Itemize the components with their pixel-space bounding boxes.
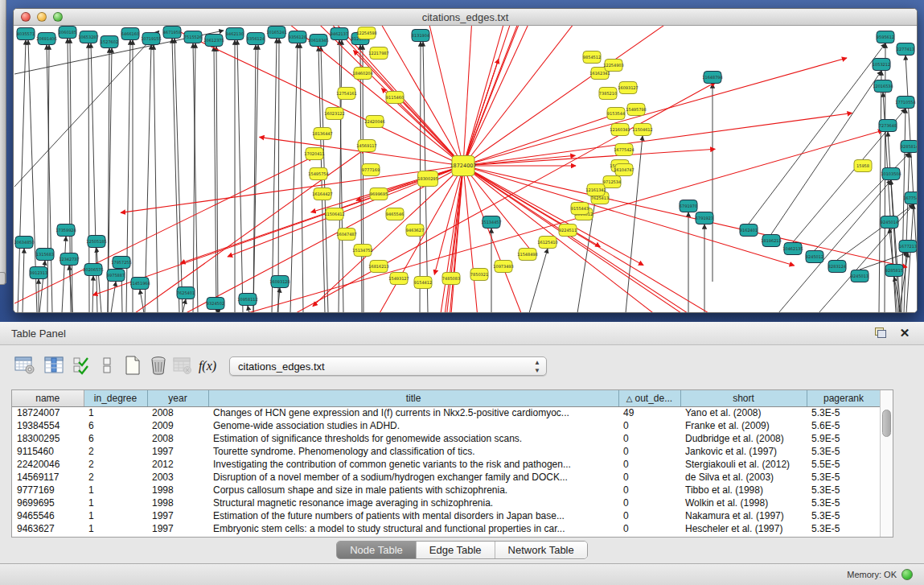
graph-node[interactable]: 10958112 (237, 294, 257, 306)
column-header-name[interactable]: name (12, 390, 84, 406)
tab-node-table[interactable]: Node Table (337, 542, 416, 558)
graph-node[interactable]: 4035571 (17, 28, 35, 40)
control-panel-splitter[interactable] (0, 0, 6, 283)
graph-node[interactable]: 16816213 (368, 261, 388, 273)
graph-node[interactable]: 9854512 (583, 51, 601, 64)
table-cell[interactable]: Structural magnetic resonance image aver… (208, 496, 618, 509)
table-cell[interactable]: Genome-wide association studies in ADHD. (208, 419, 618, 432)
table-row[interactable]: 1456911722003Disruption of a novel membe… (12, 471, 881, 484)
graph-node[interactable]: 18460204 (352, 68, 372, 80)
table-cell[interactable]: Stergiakouli et al. (2012) (680, 458, 807, 471)
graph-node[interactable]: 9245013 (851, 270, 869, 282)
table-cell[interactable]: Changes of HCN gene expression and I(f) … (208, 406, 618, 419)
graph-node[interactable]: 10653287 (78, 31, 98, 43)
graph-node[interactable]: 6466160 (121, 28, 139, 40)
memory-status-indicator[interactable] (901, 569, 913, 580)
table-cell[interactable]: 1 (84, 484, 147, 496)
graph-node[interactable]: 11506412 (324, 208, 344, 220)
table-cell[interactable]: Tibbo et al. (1998) (680, 484, 807, 496)
graph-node[interactable]: 9155443 (571, 203, 589, 215)
graph-node[interactable]: 8283124 (828, 261, 846, 273)
table-cell[interactable]: 5.9E-5 (807, 432, 881, 445)
table-cell[interactable]: 2008 (147, 406, 208, 419)
table-cell[interactable]: 0 (618, 445, 680, 458)
table-cell[interactable]: 6 (84, 432, 147, 445)
table-cell[interactable]: Dudbridge et al. (2008) (680, 432, 807, 445)
graph-node[interactable]: 1053212 (873, 59, 890, 71)
table-cell[interactable]: 2003 (147, 471, 208, 484)
table-cell[interactable]: Tourette syndrome. Phenomenology and cla… (208, 445, 618, 458)
graph-node[interactable]: 9162401 (740, 225, 758, 237)
table-cell[interactable]: 5.3E-5 (807, 522, 881, 535)
column-header-out-degree[interactable]: △out_de... (618, 390, 680, 406)
graph-node[interactable]: 11451964 (129, 278, 150, 290)
table-cell[interactable]: 1998 (147, 484, 208, 496)
table-cell[interactable]: Wolkin et al. (1998) (680, 496, 807, 509)
table-row[interactable]: 911546021997Tourette syndrome. Phenomeno… (12, 445, 881, 458)
column-header-title[interactable]: title (208, 390, 618, 406)
graph-node[interactable]: 4671958 (163, 27, 181, 39)
table-selector[interactable]: citations_edges.txt ▲▼ (229, 356, 547, 376)
table-cell[interactable]: 5.3E-5 (807, 445, 881, 458)
table-row[interactable]: 1872400712008Changes of HCN gene express… (12, 406, 881, 419)
graph-node[interactable]: 9462137 (331, 28, 348, 40)
graph-node[interactable]: 1677213 (899, 241, 917, 253)
table-cell[interactable]: 9463627 (12, 522, 84, 535)
graph-node[interactable]: 9975887 (107, 270, 125, 282)
graph-node[interactable]: 9115460 (386, 92, 404, 104)
graph-node[interactable]: 22420046 (364, 116, 384, 128)
graph-node[interactable]: 12217987 (368, 47, 388, 60)
table-cell[interactable]: 1998 (147, 496, 208, 509)
table-cell[interactable]: Hescheler et al. (1997) (680, 522, 807, 535)
graph-node[interactable]: 11504612 (632, 124, 652, 136)
tab-edge-table[interactable]: Edge Table (416, 542, 495, 558)
table-cell[interactable]: 0 (618, 522, 680, 535)
table-cell[interactable]: 1997 (147, 522, 208, 535)
table-cell[interactable]: 5.3E-5 (807, 509, 881, 522)
table-cell[interactable]: 1 (84, 496, 147, 509)
table-cell[interactable]: 5.5E-5 (807, 458, 881, 471)
graph-node[interactable]: 3912313 (30, 267, 47, 279)
table-cell[interactable]: Corpus callosum shape and size in male p… (208, 484, 618, 496)
graph-node[interactable]: 9462130 (226, 28, 244, 40)
graph-node[interactable]: 9285814 (901, 141, 918, 153)
table-cell[interactable]: 0 (618, 419, 680, 432)
window-titlebar[interactable]: citations_edges.txt (14, 9, 917, 26)
table-cell[interactable]: 0 (618, 458, 680, 471)
delete-table-button[interactable] (170, 354, 195, 378)
graph-node[interactable]: 10462135 (782, 243, 803, 255)
table-cell[interactable]: 5.6E-5 (807, 419, 881, 432)
graph-node[interactable]: 12161342 (585, 184, 606, 196)
graph-node[interactable]: 7385210 (599, 88, 617, 100)
graph-node[interactable]: 9595612 (877, 31, 894, 43)
graph-node[interactable]: 15493127 (388, 273, 409, 285)
table-cell[interactable]: 5.3E-5 (807, 406, 881, 419)
graph-node[interactable]: 20618345 (308, 35, 328, 47)
graph-node[interactable]: 15495754 (308, 168, 328, 180)
table-cell[interactable]: de Silva et al. (2003) (680, 471, 807, 484)
graph-node[interactable]: 20634850 (14, 237, 35, 249)
graph-node[interactable]: 10719155 (141, 33, 161, 45)
graph-node[interactable]: 7850321 (470, 269, 488, 281)
show-columns-button[interactable] (42, 354, 66, 378)
graph-node[interactable]: 16164427 (312, 188, 332, 200)
table-row[interactable]: 946362711997Embryonic stem cells: a mode… (12, 522, 881, 535)
column-header-pagerank[interactable]: pagerank (807, 390, 881, 406)
graph-node[interactable]: 12016534 (873, 80, 893, 93)
table-cell[interactable]: 0 (618, 484, 680, 496)
table-cell[interactable]: 9699695 (12, 496, 84, 509)
table-cell[interactable]: 1997 (147, 445, 208, 458)
graph-node[interactable]: 7625401 (177, 287, 195, 299)
graph-node[interactable]: 11548498 (517, 249, 537, 261)
graph-node[interactable]: 8356124 (247, 33, 265, 45)
graph-node[interactable]: 1527602 (101, 36, 118, 48)
graph-node[interactable]: 16775424 (614, 144, 634, 156)
network-canvas[interactable]: 4035571206914062060185106532871527602646… (14, 26, 918, 313)
graph-node[interactable]: 15134752 (352, 245, 372, 257)
column-header-in-degree[interactable]: in_degree (84, 390, 147, 406)
close-panel-button[interactable]: ✕ (897, 326, 913, 340)
network-view[interactable]: 4035571206914062060185106532871527602646… (14, 26, 918, 313)
graph-node[interactable]: 16104747 (614, 164, 634, 176)
table-cell[interactable]: 2 (84, 445, 147, 458)
table-cell[interactable]: 0 (618, 509, 680, 522)
